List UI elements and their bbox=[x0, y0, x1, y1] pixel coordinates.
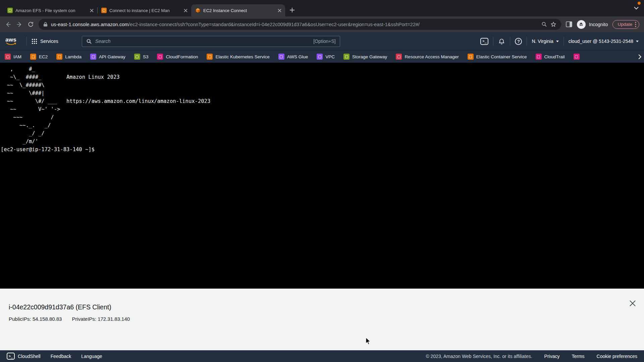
search-icon bbox=[86, 39, 92, 44]
public-ips-label: PublicIPs: bbox=[9, 316, 31, 322]
bookmark-star-icon[interactable] bbox=[550, 21, 556, 27]
close-icon[interactable] bbox=[276, 7, 282, 13]
private-ips-value: 172.31.83.140 bbox=[98, 316, 130, 322]
favorite-storage-gateway[interactable]: Storage Gateway bbox=[343, 54, 387, 60]
favorite-label: VPC bbox=[325, 54, 335, 59]
aws-console-header: aws Services Search [Option+S] >_ bbox=[0, 32, 644, 50]
resource-access-manager-icon bbox=[396, 54, 402, 60]
url-bar[interactable]: us-east-1.console.aws.amazon.com/ec2-ins… bbox=[39, 19, 561, 30]
grid-icon bbox=[32, 39, 37, 44]
close-icon[interactable] bbox=[182, 7, 189, 13]
favorite-resource-access-manager[interactable]: Resource Access Manager bbox=[396, 54, 459, 60]
zoom-icon[interactable] bbox=[541, 21, 547, 27]
notification-dot-icon bbox=[638, 2, 641, 5]
favorite-s3[interactable]: S3 bbox=[134, 54, 149, 60]
instance-ips: PublicIPs: 54.158.80.83 PrivateIPs: 172.… bbox=[9, 316, 635, 322]
tab-amazon-efs[interactable]: Amazon EFS - File system con bbox=[3, 4, 97, 16]
copyright-text: © 2023, Amazon Web Services, Inc. or its… bbox=[426, 354, 532, 359]
url-host: us-east-1.console.aws.amazon.com bbox=[51, 22, 128, 27]
divider bbox=[493, 37, 493, 46]
url-text[interactable]: us-east-1.console.aws.amazon.com/ec2-ins… bbox=[51, 22, 538, 27]
ec2-icon bbox=[30, 54, 36, 60]
cloudshell-icon[interactable]: >_ bbox=[480, 38, 488, 45]
terminal-area[interactable]: , #_ ~\_ ####_ Amazon Linux 2023 ~~ \_##… bbox=[0, 63, 644, 289]
privacy-link[interactable]: Privacy bbox=[544, 354, 560, 359]
divider bbox=[26, 37, 27, 46]
incognito-icon[interactable] bbox=[577, 20, 586, 29]
favorite-label: Resource Access Manager bbox=[405, 54, 459, 59]
cloudformation-icon bbox=[157, 54, 163, 60]
favorite-label: API Gateway bbox=[99, 54, 125, 59]
tab-title: EC2 Instance Connect bbox=[203, 8, 274, 13]
ec2-console-favicon bbox=[101, 8, 107, 13]
favorite-vpc[interactable]: VPC bbox=[317, 54, 335, 60]
tab-title: Connect to instance | EC2 Man bbox=[109, 8, 180, 13]
services-menu[interactable]: Services bbox=[32, 39, 58, 44]
instance-title: i-04e22c009d91d37a6 (EFS Client) bbox=[9, 303, 635, 311]
cloudtrail-icon bbox=[536, 54, 542, 60]
side-panel-icon[interactable] bbox=[566, 21, 572, 27]
favorite-cloudformation[interactable]: CloudFormation bbox=[157, 54, 198, 60]
incognito-label: Incognito bbox=[589, 22, 608, 27]
refresh-icon[interactable] bbox=[28, 21, 34, 27]
favorite-label: S3 bbox=[143, 54, 149, 59]
chevron-down-icon bbox=[556, 41, 559, 42]
new-tab-button[interactable] bbox=[287, 5, 297, 15]
favorite-ec2[interactable]: EC2 bbox=[30, 54, 48, 60]
tab-connect-to-instance[interactable]: Connect to instance | EC2 Man bbox=[97, 4, 191, 16]
back-icon[interactable] bbox=[5, 21, 11, 28]
favorite-elastic-container-service[interactable]: Elastic Container Service bbox=[468, 54, 527, 60]
favorite-label: EC2 bbox=[39, 54, 48, 59]
close-icon[interactable] bbox=[89, 7, 95, 13]
tab-strip: Amazon EFS - File system con Connect to … bbox=[0, 0, 644, 16]
divider bbox=[527, 37, 527, 46]
tab-ec2-instance-connect[interactable]: EC2 Instance Connect bbox=[191, 4, 285, 16]
lambda-icon bbox=[56, 54, 62, 60]
favorite-eks[interactable]: Elastic Kubernetes Service bbox=[207, 54, 269, 60]
language-link[interactable]: Language bbox=[81, 354, 102, 359]
update-button[interactable]: Update bbox=[612, 20, 639, 29]
aws-logo-text: aws bbox=[5, 37, 16, 42]
search-placeholder: Search bbox=[95, 39, 310, 44]
services-label: Services bbox=[40, 39, 58, 44]
close-panel-icon[interactable] bbox=[629, 300, 636, 307]
search-shortcut: [Option+S] bbox=[313, 39, 336, 44]
favorite-label: AWS Glue bbox=[287, 54, 308, 59]
instance-info-panel: i-04e22c009d91d37a6 (EFS Client) PublicI… bbox=[0, 289, 644, 350]
cloudshell-label: CloudShell bbox=[18, 354, 41, 359]
clipped-service-icon bbox=[574, 54, 580, 60]
favorite-label: Storage Gateway bbox=[352, 54, 387, 59]
favorite-lambda[interactable]: Lambda bbox=[56, 54, 82, 60]
favorite-label: IAM bbox=[13, 54, 21, 59]
aws-footer: >_ CloudShell Feedback Language © 2023, … bbox=[0, 350, 644, 362]
favorite-label: CloudFormation bbox=[166, 54, 198, 59]
cookie-preferences-link[interactable]: Cookie preferences bbox=[597, 354, 637, 359]
feedback-link[interactable]: Feedback bbox=[51, 354, 71, 359]
bookmarks-overflow-chevron-icon[interactable] bbox=[633, 51, 641, 63]
favorite-clipped[interactable] bbox=[574, 54, 580, 60]
favorite-cloudtrail[interactable]: CloudTrail bbox=[536, 54, 565, 60]
private-ips: PrivateIPs: 172.31.83.140 bbox=[72, 316, 130, 322]
search-tabs-chevron-icon[interactable] bbox=[634, 7, 639, 10]
region-selector[interactable]: N. Virginia bbox=[532, 39, 558, 44]
private-ips-label: PrivateIPs: bbox=[72, 316, 96, 322]
cloudshell-button[interactable]: >_ CloudShell bbox=[7, 353, 41, 360]
help-icon[interactable]: ? bbox=[515, 38, 522, 45]
public-ips: PublicIPs: 54.158.80.83 bbox=[9, 316, 62, 322]
efs-favicon bbox=[7, 8, 13, 13]
favorite-label: Elastic Container Service bbox=[476, 54, 527, 59]
terminal-output[interactable]: , #_ ~\_ ####_ Amazon Linux 2023 ~~ \_##… bbox=[0, 63, 644, 154]
forward-icon[interactable] bbox=[16, 21, 23, 28]
aws-logo[interactable]: aws bbox=[5, 37, 16, 45]
favorite-aws-glue[interactable]: AWS Glue bbox=[278, 54, 308, 60]
search-input[interactable]: Search [Option+S] bbox=[82, 36, 340, 47]
favorite-iam[interactable]: IAM bbox=[5, 54, 21, 60]
terms-link[interactable]: Terms bbox=[572, 354, 584, 359]
instance-connect-cube-icon bbox=[195, 8, 201, 13]
region-label: N. Virginia bbox=[532, 39, 553, 44]
eks-icon bbox=[207, 54, 213, 60]
account-menu[interactable]: cloud_user @ 5143-2531-2548 bbox=[569, 39, 639, 44]
favorite-api-gateway[interactable]: API Gateway bbox=[90, 54, 125, 60]
lock-icon bbox=[43, 22, 48, 27]
notifications-bell-icon[interactable] bbox=[498, 38, 505, 45]
